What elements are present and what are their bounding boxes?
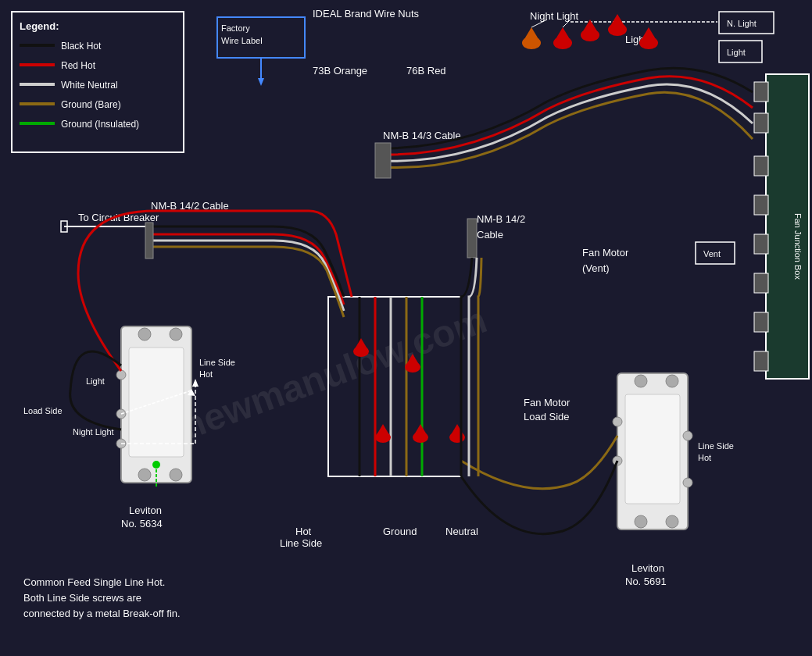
svg-point-74 — [613, 417, 622, 426]
svg-point-77 — [683, 478, 692, 487]
wire-73b: 73B Orange — [313, 65, 367, 77]
svg-rect-16 — [754, 195, 768, 215]
nmb-142-right2: Cable — [477, 229, 503, 241]
svg-rect-18 — [754, 273, 768, 293]
common-feed-1: Common Feed Single Line Hot. — [23, 576, 165, 588]
night-light-top: Night Light — [530, 10, 579, 22]
svg-point-55 — [138, 328, 151, 340]
svg-point-60 — [116, 370, 126, 380]
svg-rect-37 — [375, 143, 391, 178]
legend-green: Ground (Insulated) — [61, 119, 139, 130]
svg-point-57 — [138, 469, 151, 481]
ideal-brand: IDEAL Brand Wire Nuts — [313, 8, 420, 20]
common-feed-2: Both Line Side screws are — [23, 592, 141, 604]
common-feed-3: connected by a metal Break-off fin. — [23, 608, 181, 619]
nmb-142-right: NM-B 14/2 — [477, 213, 525, 225]
legend-white: White Neutral — [61, 80, 118, 91]
to-circuit-breaker: To Circuit Breaker — [78, 212, 159, 223]
light-box: Light — [727, 48, 746, 57]
svg-rect-20 — [754, 351, 768, 371]
svg-point-58 — [170, 469, 182, 481]
light-left: Light — [86, 376, 105, 386]
nmb-143: NM-B 14/3 Cable — [383, 130, 461, 141]
fan-motor-vent: Fan Motor — [582, 247, 629, 258]
svg-point-71 — [635, 515, 647, 528]
neutral-label: Neutral — [445, 526, 478, 537]
svg-point-70 — [666, 375, 678, 387]
svg-point-56 — [170, 328, 182, 340]
line-side-hot-left1: Line Side — [199, 358, 235, 367]
factory-label-1: Factory — [221, 23, 250, 33]
leviton-5634-2: No. 5634 — [121, 518, 163, 529]
night-light-left: Night Light — [73, 427, 114, 437]
svg-rect-15 — [754, 156, 768, 176]
n-light: N. Light — [727, 19, 757, 28]
diagram-container: newmanulow.com Legend: Black Hot Red Hot… — [0, 0, 812, 656]
wire-76b: 76B Red — [406, 65, 446, 77]
line-side-hot-right2: Hot — [698, 453, 711, 462]
svg-point-76 — [683, 431, 692, 440]
load-side: Load Side — [23, 406, 63, 415]
svg-rect-79 — [467, 219, 477, 258]
legend-title: Legend: — [20, 20, 59, 32]
leviton-5691-1: Leviton — [631, 562, 664, 574]
fan-junction-box: Fan Junction Box — [793, 213, 803, 280]
fan-motor-vent2: (Vent) — [582, 262, 610, 274]
svg-rect-73 — [625, 394, 680, 504]
svg-rect-13 — [754, 82, 768, 102]
legend-brown: Ground (Bare) — [61, 99, 121, 110]
svg-rect-17 — [754, 234, 768, 254]
leviton-5634-1: Leviton — [129, 504, 162, 516]
fan-motor-load2: Load Side — [524, 411, 570, 422]
factory-label-2: Wire Label — [221, 36, 263, 45]
svg-rect-78 — [145, 223, 153, 258]
fan-motor-load: Fan Motor — [524, 397, 571, 408]
line-side-hot-left2: Hot — [199, 369, 213, 379]
svg-point-69 — [635, 375, 647, 387]
legend-black: Black Hot — [61, 41, 102, 52]
legend-red: Red Hot — [61, 60, 96, 71]
svg-point-72 — [666, 515, 678, 528]
svg-rect-19 — [754, 312, 768, 332]
ground-label: Ground — [383, 526, 417, 537]
vent: Vent — [703, 249, 721, 258]
svg-rect-59 — [129, 348, 184, 457]
hot-line-side2: Line Side — [280, 537, 322, 549]
line-side-hot-right1: Line Side — [698, 441, 734, 451]
hot-line-side1: Hot — [295, 526, 312, 537]
leviton-5691-2: No. 5691 — [625, 576, 667, 587]
svg-rect-14 — [754, 113, 768, 133]
